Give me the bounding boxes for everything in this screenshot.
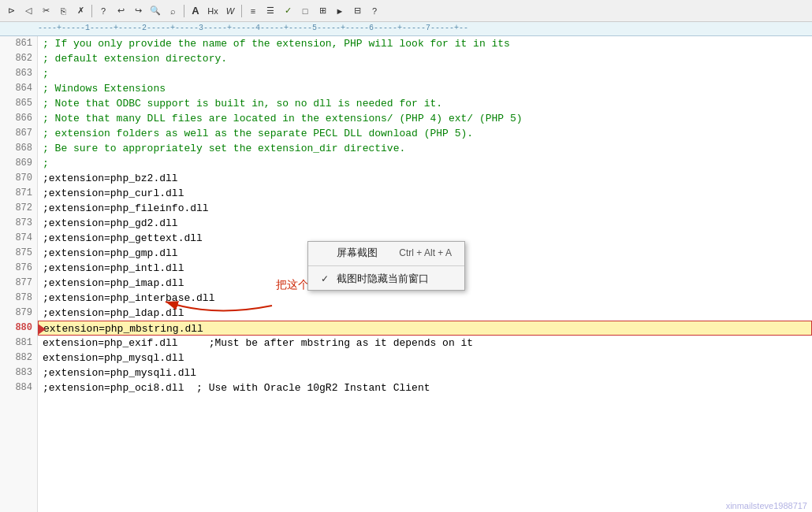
code-line-880: extension=php_mbstring.dll: [38, 321, 812, 336]
code-line-869: ;: [38, 156, 812, 171]
line-number-880: 880: [0, 321, 32, 336]
code-line-866: ; Note that many DLL files are located i…: [38, 111, 812, 126]
watermark: xinmailsteve1988717: [721, 499, 812, 512]
line-numbers: 8618628638648658668678688698708718728738…: [0, 36, 38, 512]
code-line-861: ; If you only provide the name of the ex…: [38, 36, 812, 51]
code-line-884: ;extension=php_oci8.dll ; Use with Oracl…: [38, 380, 812, 395]
line-number-863: 863: [0, 66, 32, 81]
toolbar-btn-grid2[interactable]: ⊞: [315, 3, 330, 19]
code-line-867: ; extension folders as well as the separ…: [38, 126, 812, 141]
toolbar-btn-search[interactable]: 🔍: [147, 3, 163, 19]
line-number-870: 870: [0, 171, 32, 186]
line-number-877: 877: [0, 276, 32, 291]
line-number-873: 873: [0, 216, 32, 231]
toolbar-btn-minus[interactable]: ⊟: [349, 3, 365, 19]
toolbar-btn-square[interactable]: □: [297, 3, 313, 19]
toolbar-btn-forward[interactable]: ◁: [20, 3, 36, 19]
menu-item-hide-window[interactable]: ✓ 截图时隐藏当前窗口: [308, 268, 464, 290]
code-line-868: ; Be sure to appropriately set the exten…: [38, 141, 812, 156]
editor: 8618628638648658668678688698708718728738…: [0, 36, 812, 512]
code-line-883: ;extension=php_mysqli.dll: [38, 365, 812, 380]
menu-separator: [308, 265, 464, 266]
ruler: ----+-----1-----+-----2-----+-----3-----…: [0, 22, 812, 36]
toolbar-btn-A[interactable]: A: [188, 3, 203, 19]
line-number-872: 872: [0, 201, 32, 216]
toolbar-btn-W[interactable]: W: [222, 3, 238, 19]
toolbar-btn-search2[interactable]: ⌕: [165, 3, 181, 19]
toolbar-btn-list[interactable]: ≡: [245, 3, 261, 19]
line-number-883: 883: [0, 365, 32, 380]
line-number-869: 869: [0, 156, 32, 171]
toolbar-btn-close[interactable]: ✗: [73, 3, 88, 19]
menu-label-screenshot: 屏幕截图: [337, 246, 378, 260]
code-line-872: ;extension=php_fileinfo.dll: [38, 201, 812, 216]
line-number-881: 881: [0, 336, 32, 351]
code-line-873: ;extension=php_gd2.dll: [38, 216, 812, 231]
toolbar-sep-2: [184, 5, 184, 17]
code-line-862: ; default extension directory.: [38, 51, 812, 66]
toolbar-sep-1: [91, 5, 92, 17]
line-number-865: 865: [0, 96, 32, 111]
toolbar-btn-copy[interactable]: ⎘: [55, 3, 71, 19]
line-number-874: 874: [0, 231, 32, 246]
toolbar-btn-redo[interactable]: ↪: [130, 3, 146, 19]
toolbar: ⊳ ◁ ✂ ⎘ ✗ ? ↩ ↪ 🔍 ⌕ A Hx W ≡ ☰ ✓ □ ⊞ ► ⊟…: [0, 0, 812, 22]
line-number-861: 861: [0, 36, 32, 51]
code-line-870: ;extension=php_bz2.dll: [38, 171, 812, 186]
line-number-876: 876: [0, 261, 32, 276]
line-number-866: 866: [0, 111, 32, 126]
line-number-884: 884: [0, 380, 32, 395]
menu-shortcut-screenshot: Ctrl + Alt + A: [399, 247, 452, 258]
line-number-862: 862: [0, 51, 32, 66]
code-line-881: extension=php_exif.dll ;Must be after mb…: [38, 336, 812, 351]
ruler-content: ----+-----1-----+-----2-----+-----3-----…: [38, 24, 468, 32]
toolbar-btn-cut[interactable]: ✂: [38, 3, 54, 19]
line-number-878: 878: [0, 291, 32, 306]
code-line-871: ;extension=php_curl.dll: [38, 186, 812, 201]
annotation-arrow: [150, 274, 276, 314]
line-number-875: 875: [0, 246, 32, 261]
line-number-864: 864: [0, 81, 32, 96]
menu-check-hide: ✓: [321, 273, 330, 284]
code-line-882: extension=php_mysql.dll: [38, 351, 812, 365]
line-number-882: 882: [0, 351, 32, 365]
toolbar-btn-help2[interactable]: ?: [367, 3, 382, 19]
toolbar-btn-Hx[interactable]: Hx: [205, 3, 221, 19]
current-line-indicator: [38, 324, 46, 335]
menu-label-hide: 截图时隐藏当前窗口: [337, 272, 429, 286]
toolbar-btn-play[interactable]: ►: [332, 3, 348, 19]
code-line-864: ; Windows Extensions: [38, 81, 812, 96]
toolbar-btn-grid[interactable]: ☰: [263, 3, 278, 19]
line-number-868: 868: [0, 141, 32, 156]
code-line-863: ;: [38, 66, 812, 81]
context-menu: 屏幕截图 Ctrl + Alt + A ✓ 截图时隐藏当前窗口: [307, 241, 465, 291]
line-number-879: 879: [0, 306, 32, 321]
toolbar-btn-back[interactable]: ⊳: [3, 3, 19, 19]
menu-item-screenshot[interactable]: 屏幕截图 Ctrl + Alt + A: [308, 242, 464, 264]
toolbar-sep-3: [241, 5, 242, 17]
line-number-867: 867: [0, 126, 32, 141]
code-line-865: ; Note that ODBC support is built in, so…: [38, 96, 812, 111]
toolbar-btn-help[interactable]: ?: [95, 3, 111, 19]
toolbar-btn-check[interactable]: ✓: [280, 3, 296, 19]
line-number-871: 871: [0, 186, 32, 201]
toolbar-btn-undo[interactable]: ↩: [113, 3, 129, 19]
